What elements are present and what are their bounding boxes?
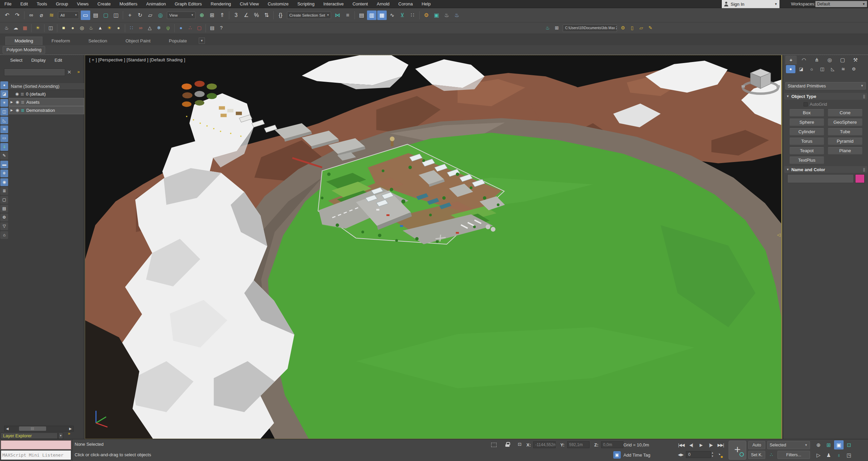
render-setup-icon[interactable]: ⚙ [422,11,431,20]
expand-icon[interactable]: ▶ [11,100,14,104]
display-shelf-icon[interactable]: ▬ [0,161,8,168]
render-teal-teapot-icon[interactable]: ♨ [543,24,552,32]
layer-row[interactable]: ▶◉≣Demonstration [9,106,84,114]
curve-editor-icon[interactable]: ∿ [387,11,397,20]
maxscript-editor-icon[interactable]: {} [276,11,285,20]
menu-corona[interactable]: Corona [394,0,417,8]
explorer-title-arrow[interactable]: ▼ [58,433,63,439]
visibility-eye-icon[interactable]: ◉ [16,100,19,104]
x-coordinate-field[interactable]: -1144,552m [533,441,556,448]
next-frame-button[interactable]: |▶ [706,441,715,449]
render-iterative-icon[interactable]: ♨ [452,11,462,20]
mirror-icon[interactable]: ⋈ [333,11,342,20]
display-helpers-icon[interactable]: ◺ [0,117,8,124]
filters-button[interactable]: Filters... [777,451,810,459]
particle-array-icon[interactable]: ∷ [127,24,136,32]
orbit-button[interactable]: ♁ [834,450,844,460]
zoom-extents-button[interactable]: ▣ [834,440,844,449]
toggle-ribbon-icon[interactable]: ▦ [377,11,387,20]
display-lights-icon[interactable]: ☀ [0,99,8,107]
menu-create[interactable]: Create [93,0,115,8]
detail-view-icon[interactable]: ▤ [0,205,8,213]
filter-settings-icon[interactable]: ⚙ [0,214,8,221]
tower-icon[interactable]: △ [146,24,154,32]
teapot-button[interactable]: Teapot [789,147,824,155]
menu-customize[interactable]: Customize [263,0,293,8]
helpers-category[interactable]: ◺ [828,65,837,73]
menu-content[interactable]: Content [348,0,372,8]
menu-arnold[interactable]: Arnold [372,0,394,8]
unlink-selection-icon[interactable]: ⌀ [37,11,46,20]
selection-region-icon[interactable] [491,443,497,447]
sphere-sample-icon[interactable]: ● [177,24,185,32]
zoom-button[interactable]: ⊕ [814,440,823,449]
object-color-swatch[interactable] [855,174,865,183]
ribbon-tab-freeform[interactable]: Freeform [42,37,79,45]
object-name-field[interactable] [787,174,854,183]
pyramid-button[interactable]: Pyramid [828,138,863,145]
menu-edit[interactable]: Edit [16,0,32,8]
menu-group[interactable]: Group [52,0,73,8]
create-tab[interactable]: + [785,56,797,64]
toggle-layer-explorer-icon[interactable]: ▥ [367,11,377,20]
select-and-move-icon[interactable]: + [125,11,135,20]
teapot-sample-icon[interactable]: ♨ [87,24,95,32]
add-time-tag[interactable]: Add Time Tag [623,453,650,458]
plane-button[interactable]: Plane [828,147,863,155]
camera-icon[interactable]: ◫ [46,24,55,32]
cloud-icon[interactable]: ☁ [12,24,20,32]
layer-name[interactable]: Demonstration [26,108,55,113]
display-tab[interactable]: ▢ [837,56,848,64]
select-and-place-icon[interactable]: ◎ [156,11,165,20]
object-type-rollout[interactable]: ▼ Object Type ⣿ [784,93,867,100]
foliage-icon[interactable]: ψ [164,24,172,32]
menu-help[interactable]: Help [417,0,435,8]
play-button[interactable]: ▶ [696,441,706,449]
display-cameras-icon[interactable]: ◫ [0,108,8,116]
select-by-name-icon[interactable]: ▤ [91,11,100,20]
block-view-icon[interactable]: ▢ [0,196,8,204]
render-teapot-icon[interactable]: ♨ [2,24,11,32]
explorer-scrollbar[interactable]: ◀ ||| ▶ [4,426,74,432]
clear-search-icon[interactable]: ✕ [67,69,72,75]
clipboard-icon[interactable]: ▤ [208,24,216,32]
explorer-overflow-chevron[interactable]: » [68,431,70,436]
display-space-warps-icon[interactable]: ≋ [0,125,8,133]
explorer-menu-edit[interactable]: Edit [55,58,62,63]
sphere-button[interactable]: Sphere [789,119,824,126]
box-button[interactable]: Box [789,109,824,117]
egg-sample-icon[interactable]: ● [114,24,123,32]
cone-sample-icon[interactable]: ▲ [96,24,104,32]
ribbon-tab-selection[interactable]: Selection [79,37,117,45]
material-ring-icon[interactable]: ◎ [78,24,86,32]
help-icon[interactable]: ? [217,24,226,32]
time-tag-icon[interactable]: ▣ [613,451,621,459]
display-xrefs-icon[interactable]: ⇓ [0,143,8,151]
preview-window-icon[interactable]: ▦ [21,24,29,32]
render-flush-icon[interactable]: ⊻ [398,11,407,20]
frame-spinner[interactable]: ▲▼ [711,451,714,458]
hierarchy-tab[interactable]: ⋔ [811,56,823,64]
set-key-mode-button[interactable]: Set K. [748,451,765,459]
script-new-icon[interactable]: ▯ [628,24,636,32]
maxscript-mini-listener-output[interactable] [1,440,71,449]
modify-tab[interactable]: ◠ [798,56,810,64]
zoom-all-button[interactable]: ⊞ [824,440,833,449]
align-icon[interactable]: ≡ [343,11,352,20]
systems-category[interactable]: ⚙ [849,65,859,73]
motion-tab[interactable]: ◎ [824,56,835,64]
field-of-view-button[interactable]: ▷ [814,450,823,460]
go-to-start-button[interactable]: |◀◀ [677,441,686,449]
maxscript-mini-listener-input[interactable]: MAXScript Mini Listener [1,450,71,460]
display-hidden-icon[interactable]: ◉ [0,178,8,186]
cameras-category[interactable]: ◫ [817,65,827,73]
reference-coordinate-dropdown[interactable]: View▼ [167,12,195,19]
menu-graph-editors[interactable]: Graph Editors [170,0,206,8]
autogrid-checkbox[interactable] [804,102,808,106]
window-crossing-icon[interactable]: ◫ [111,11,121,20]
display-geometry-icon[interactable]: ● [0,81,8,89]
y-coordinate-field[interactable]: 592,1m [567,441,590,448]
shapes-category[interactable]: ◪ [796,65,806,73]
menu-interactive[interactable]: Interactive [319,0,348,8]
frame-step-icons[interactable]: ◀▶ [676,451,685,458]
